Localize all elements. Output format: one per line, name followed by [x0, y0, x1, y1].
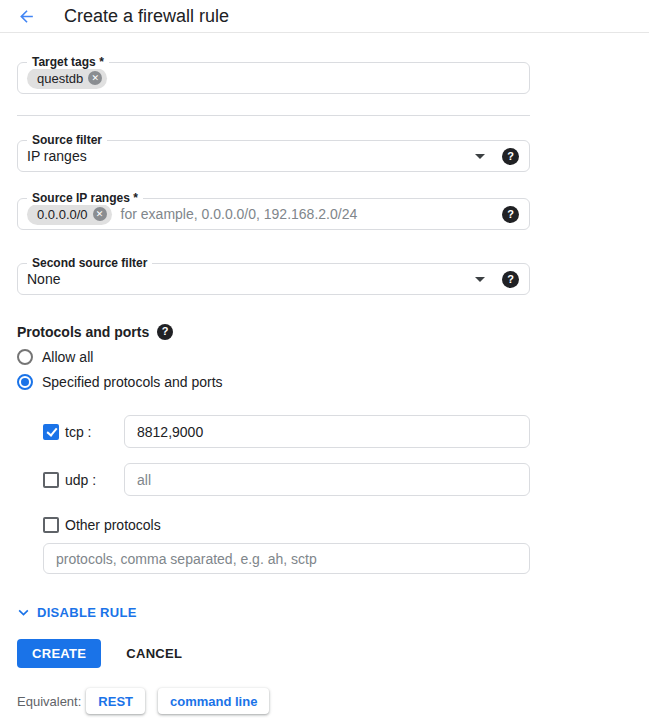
source-ip-ranges-field[interactable]: Source IP ranges * 0.0.0.0/0 ✕ for examp…: [17, 198, 530, 230]
second-source-filter-label: Second source filter: [27, 256, 152, 270]
udp-ports-input[interactable]: [124, 463, 530, 496]
equivalent-label: Equivalent:: [17, 694, 81, 709]
second-source-filter-value: None: [27, 271, 60, 287]
chip-remove-icon[interactable]: ✕: [88, 71, 102, 85]
source-filter-value: IP ranges: [27, 148, 87, 164]
chevron-down-icon[interactable]: [475, 154, 485, 159]
disable-rule-toggle[interactable]: DISABLE RULE: [17, 604, 137, 621]
chevron-down-icon[interactable]: [475, 277, 485, 282]
page-header: Create a firewall rule: [0, 0, 649, 33]
help-icon[interactable]: ?: [157, 324, 173, 340]
protocols-heading: Protocols and ports: [17, 324, 149, 340]
chevron-down-icon: [17, 606, 37, 619]
rest-button[interactable]: REST: [86, 688, 145, 714]
command-line-button[interactable]: command line: [158, 688, 269, 714]
help-icon[interactable]: ?: [502, 206, 519, 223]
equivalent-row: Equivalent: REST command line: [17, 688, 530, 714]
radio-allow-all[interactable]: Allow all: [17, 347, 530, 367]
tcp-ports-input[interactable]: [124, 415, 530, 448]
radio-specified-protocols[interactable]: Specified protocols and ports: [17, 372, 530, 392]
other-protocols-row[interactable]: Other protocols: [43, 517, 530, 533]
radio-icon-selected[interactable]: [17, 374, 33, 390]
target-tag-chip[interactable]: questdb ✕: [27, 68, 107, 89]
source-ip-chip[interactable]: 0.0.0.0/0 ✕: [27, 204, 112, 225]
other-protocols-input[interactable]: [43, 543, 530, 574]
cancel-button[interactable]: CANCEL: [126, 646, 182, 661]
create-button[interactable]: CREATE: [17, 639, 101, 668]
radio-label: Specified protocols and ports: [42, 374, 223, 390]
protocols-heading-row: Protocols and ports ?: [17, 323, 530, 340]
source-ip-placeholder: for example, 0.0.0.0/0, 192.168.2.0/24: [121, 206, 358, 222]
section-divider: [17, 115, 530, 116]
udp-row: udp :: [43, 463, 530, 496]
udp-checkbox[interactable]: [43, 472, 59, 488]
action-buttons: CREATE CANCEL: [17, 639, 530, 668]
tcp-checkbox[interactable]: [43, 424, 59, 440]
other-protocols-checkbox[interactable]: [43, 517, 59, 533]
tcp-row: tcp :: [43, 415, 530, 448]
source-ip-ranges-label: Source IP ranges *: [27, 191, 143, 205]
chip-text: 0.0.0.0/0: [37, 207, 88, 222]
target-tags-field[interactable]: Target tags * questdb ✕: [17, 62, 530, 94]
target-tags-label: Target tags *: [27, 55, 109, 69]
source-filter-field[interactable]: Source filter IP ranges ?: [17, 140, 530, 172]
back-arrow-icon: [17, 7, 36, 26]
other-protocols-label: Other protocols: [65, 517, 161, 533]
udp-label: udp :: [65, 472, 124, 488]
source-filter-label: Source filter: [27, 133, 107, 147]
form-body: Target tags * questdb ✕ Source filter IP…: [17, 62, 530, 714]
chip-remove-icon[interactable]: ✕: [93, 207, 107, 221]
disable-rule-label: DISABLE RULE: [37, 605, 137, 620]
help-icon[interactable]: ?: [502, 271, 519, 288]
second-source-filter-field[interactable]: Second source filter None ?: [17, 263, 530, 295]
chip-text: questdb: [37, 71, 83, 86]
back-button[interactable]: [14, 4, 38, 28]
help-icon[interactable]: ?: [502, 148, 519, 165]
tcp-label: tcp :: [65, 424, 124, 440]
page-title: Create a firewall rule: [64, 6, 229, 27]
radio-label: Allow all: [42, 349, 93, 365]
radio-icon[interactable]: [17, 349, 33, 365]
